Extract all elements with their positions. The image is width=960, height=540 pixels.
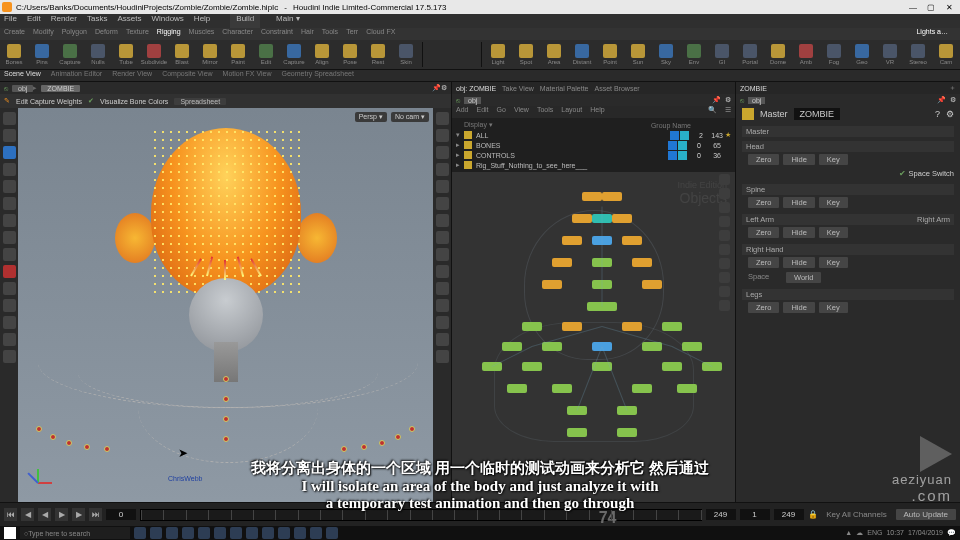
- network-node[interactable]: [582, 192, 602, 201]
- shelf-tab[interactable]: Cloud FX: [366, 28, 395, 40]
- hide-button[interactable]: Hide: [783, 227, 814, 238]
- shelf-tab[interactable]: Constraint: [261, 28, 293, 40]
- net-menu[interactable]: Tools: [537, 106, 553, 118]
- end-frame-field[interactable]: 249: [706, 509, 736, 520]
- section-title[interactable]: Left ArmRight Arm: [742, 214, 954, 225]
- zero-button[interactable]: Zero: [748, 257, 779, 268]
- clock-time[interactable]: 10:37: [886, 529, 904, 537]
- key-button[interactable]: Key: [819, 227, 848, 238]
- shelf-tool[interactable]: Skin: [392, 40, 420, 69]
- display-icon[interactable]: [436, 180, 449, 193]
- key-button[interactable]: Key: [819, 197, 848, 208]
- section-title[interactable]: Head: [742, 141, 954, 152]
- camera-select[interactable]: No cam ▾: [391, 112, 429, 122]
- net-tool-icon[interactable]: [719, 216, 730, 227]
- network-node[interactable]: [567, 428, 587, 437]
- node-color-swatch[interactable]: [742, 108, 754, 120]
- network-tab[interactable]: obj: ZOMBIE: [456, 85, 496, 92]
- hide-button[interactable]: Hide: [783, 154, 814, 165]
- display-icon[interactable]: [436, 231, 449, 244]
- menu-file[interactable]: File: [4, 14, 17, 28]
- shelf-tab[interactable]: Rigging: [157, 28, 181, 40]
- display-icon[interactable]: [436, 112, 449, 125]
- shelf-tool[interactable]: Rest: [364, 40, 392, 69]
- tool-icon[interactable]: [3, 350, 16, 363]
- tool-icon[interactable]: [3, 299, 16, 312]
- net-tool-icon[interactable]: [719, 258, 730, 269]
- network-editor[interactable]: Indie EditionObjects: [452, 172, 735, 502]
- tree-row[interactable]: ▸Rig_Stuff_Nothing_to_see_here___: [456, 160, 731, 170]
- check-icon[interactable]: ✔: [88, 97, 94, 105]
- menu-render[interactable]: Render: [51, 14, 77, 28]
- view-icon[interactable]: [3, 197, 16, 210]
- zero-button[interactable]: Zero: [748, 302, 779, 313]
- pane-tab[interactable]: Motion FX View: [223, 70, 272, 81]
- task-icon[interactable]: [134, 527, 146, 539]
- net-menu[interactable]: View: [514, 106, 529, 118]
- lights-tab[interactable]: Lights a…: [916, 28, 948, 40]
- clock-date[interactable]: 17/04/2019: [908, 529, 943, 537]
- net-tool-icon[interactable]: [719, 202, 730, 213]
- plus-icon[interactable]: ＋: [949, 83, 956, 93]
- shelf-tool[interactable]: Blast: [168, 40, 196, 69]
- magnet-icon[interactable]: [3, 265, 16, 278]
- net-tool-icon[interactable]: [719, 230, 730, 241]
- light-tool[interactable]: Sun: [624, 40, 652, 69]
- current-frame-field[interactable]: 1: [740, 509, 770, 520]
- taskbar-search[interactable]: ○ Type here to search: [20, 527, 130, 539]
- network-node[interactable]: [572, 214, 592, 223]
- light-tool[interactable]: Cam: [932, 40, 960, 69]
- select-icon[interactable]: [3, 112, 16, 125]
- start-button[interactable]: [4, 527, 16, 539]
- key-button[interactable]: Key: [819, 154, 848, 165]
- network-tab[interactable]: Take View: [502, 85, 534, 92]
- display-icon[interactable]: [436, 129, 449, 142]
- tool-icon[interactable]: [3, 333, 16, 346]
- display-icon[interactable]: [436, 214, 449, 227]
- task-icon[interactable]: [182, 527, 194, 539]
- shelf-tab[interactable]: Texture: [126, 28, 149, 40]
- key-button[interactable]: Key: [819, 257, 848, 268]
- light-tool[interactable]: Area: [540, 40, 568, 69]
- lock-icon[interactable]: 🔒: [808, 510, 818, 519]
- path-node[interactable]: ZOMBIE: [41, 85, 80, 92]
- hide-button[interactable]: Hide: [783, 257, 814, 268]
- shelf-tab[interactable]: Tools: [322, 28, 338, 40]
- camera-dropdown[interactable]: Persp ▾: [355, 112, 387, 122]
- shelf-tool[interactable]: Mirror: [196, 40, 224, 69]
- light-tool[interactable]: Sky: [652, 40, 680, 69]
- param-path-obj[interactable]: obj: [748, 97, 765, 104]
- ruler-icon[interactable]: [3, 248, 16, 261]
- net-menu[interactable]: Layout: [561, 106, 582, 118]
- light-tool[interactable]: Light: [484, 40, 512, 69]
- shelf-tab[interactable]: Polygon: [62, 28, 87, 40]
- menu-help[interactable]: Help: [194, 14, 210, 28]
- net-tool-icon[interactable]: [719, 272, 730, 283]
- task-icon[interactable]: [166, 527, 178, 539]
- gear-icon[interactable]: ⚙: [441, 84, 447, 92]
- key-button[interactable]: Key: [819, 302, 848, 313]
- network-node[interactable]: [677, 384, 697, 393]
- lang-indicator[interactable]: ENG: [867, 529, 882, 537]
- spreadsheet-button[interactable]: Spreadsheet: [174, 98, 226, 105]
- tool-icon[interactable]: [3, 316, 16, 329]
- inspect-icon[interactable]: [3, 231, 16, 244]
- shelf-tab[interactable]: Terr: [346, 28, 358, 40]
- network-node[interactable]: [632, 384, 652, 393]
- network-node[interactable]: [552, 258, 572, 267]
- light-tool[interactable]: Portal: [736, 40, 764, 69]
- network-node[interactable]: [597, 302, 617, 311]
- task-icon[interactable]: [278, 527, 290, 539]
- shelf-tab[interactable]: Character: [222, 28, 253, 40]
- display-dropdown[interactable]: Display ▾: [464, 121, 493, 129]
- help-icon[interactable]: ?: [935, 109, 940, 119]
- network-node[interactable]: [662, 362, 682, 371]
- pane-tab[interactable]: Geometry Spreadsheet: [282, 70, 354, 81]
- shelf-tool[interactable]: Bones: [0, 40, 28, 69]
- move-icon[interactable]: [3, 129, 16, 142]
- net-tool-icon[interactable]: [719, 300, 730, 311]
- light-tool[interactable]: Point: [596, 40, 624, 69]
- shelf-tool[interactable]: Pins: [28, 40, 56, 69]
- display-icon[interactable]: [436, 282, 449, 295]
- search-icon[interactable]: 🔍: [708, 106, 717, 118]
